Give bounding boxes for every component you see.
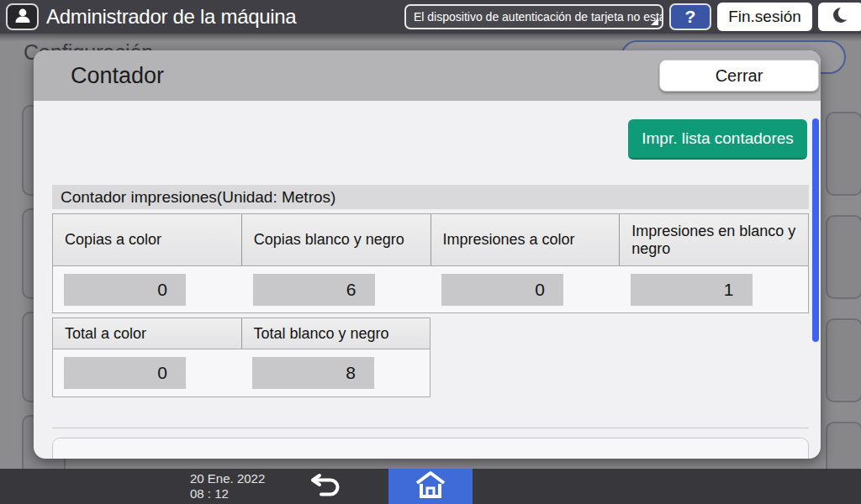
counter-value: 0 — [64, 274, 186, 306]
background-list-item — [826, 215, 861, 299]
background-list-item — [826, 112, 861, 196]
expand-corner-icon — [651, 18, 658, 25]
screen: Configuración Administrador de la máquin… — [0, 0, 861, 504]
dialog-header: Contador Cerrar — [34, 50, 821, 101]
user-icon — [13, 7, 32, 27]
table-cell: 0 — [430, 266, 620, 312]
table-cell: 1 — [620, 266, 809, 312]
totals-table-values: 0 8 — [53, 349, 430, 396]
home-icon — [415, 470, 446, 502]
table-cell: 0 — [53, 266, 242, 312]
status-message[interactable]: El dispositivo de autenticación de tarje… — [404, 4, 663, 29]
help-button[interactable]: ? — [669, 3, 711, 30]
status-message-text: El dispositivo de autenticación de tarje… — [414, 10, 663, 24]
counter-dialog: Contador Cerrar Impr. lista contadores C… — [34, 50, 821, 459]
moon-icon — [831, 5, 851, 29]
column-header: Total blanco y negro — [241, 318, 430, 349]
totals-table-header: Total a color Total blanco y negro — [53, 318, 430, 349]
back-icon — [310, 472, 342, 501]
scrollbar-thumb[interactable] — [812, 118, 819, 342]
column-header: Copias a color — [53, 214, 241, 265]
home-button[interactable] — [388, 469, 473, 504]
divider — [52, 428, 809, 428]
counter-value: 0 — [441, 274, 563, 306]
column-header: Copias blanco y negro — [241, 214, 430, 265]
dialog-title: Contador — [71, 50, 164, 101]
counter-table-values: 0 6 0 1 — [53, 266, 808, 312]
table-cell: 8 — [241, 349, 430, 396]
topbar-shadow — [0, 34, 861, 41]
table-cell: 6 — [242, 266, 431, 312]
top-bar: Administrador de la máquina El dispositi… — [0, 0, 861, 34]
page-title: Administrador de la máquina — [46, 0, 296, 34]
counter-value: 0 — [64, 357, 186, 389]
section-title: Contador impresiones(Unidad: Metros) — [52, 185, 809, 209]
column-header: Impresiones en blanco y negro — [619, 214, 808, 265]
sleep-mode-button[interactable] — [818, 3, 861, 31]
bottom-bar: 20 Ene. 2022 08 : 12 — [0, 469, 861, 504]
counter-table-header: Copias a color Copias blanco y negro Imp… — [53, 214, 808, 266]
print-counter-list-button[interactable]: Impr. lista contadores — [628, 119, 807, 160]
column-header: Total a color — [53, 318, 241, 349]
table-cell: 0 — [53, 349, 241, 396]
logout-button[interactable]: Fin.sesión — [717, 3, 812, 31]
user-account-button[interactable] — [6, 3, 39, 30]
back-button[interactable] — [303, 469, 350, 504]
counter-value: 8 — [252, 357, 374, 389]
date-text: 20 Ene. 2022 — [190, 471, 265, 486]
counter-table: Copias a color Copias blanco y negro Imp… — [52, 213, 809, 313]
background-list-item — [826, 318, 861, 402]
close-button[interactable]: Cerrar — [659, 60, 819, 92]
counter-value: 6 — [253, 274, 375, 306]
datetime: 20 Ene. 2022 08 : 12 — [190, 471, 265, 501]
time-text: 08 : 12 — [190, 486, 265, 501]
counter-value: 1 — [631, 274, 753, 306]
totals-table: Total a color Total blanco y negro 0 8 — [52, 318, 430, 397]
next-section-partial — [52, 438, 809, 459]
column-header: Impresiones a color — [430, 214, 620, 265]
